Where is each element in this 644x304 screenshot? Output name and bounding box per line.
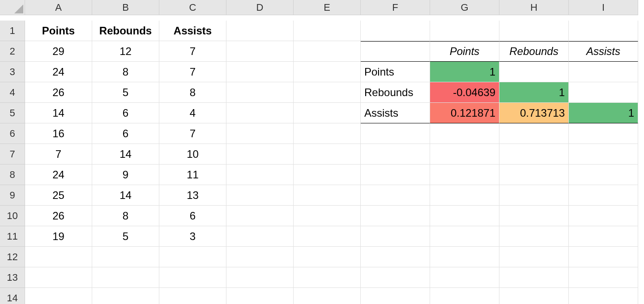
- cell-C3[interactable]: 7: [159, 62, 226, 82]
- cell-I3[interactable]: [569, 62, 638, 82]
- cell-E4[interactable]: [294, 82, 361, 103]
- row-header-8[interactable]: 8: [0, 165, 25, 185]
- cell-D1[interactable]: [226, 21, 294, 41]
- row-header-7[interactable]: 7: [0, 144, 25, 165]
- cell-E5[interactable]: [294, 103, 361, 123]
- cell-I12[interactable]: [569, 247, 638, 267]
- cell-H6[interactable]: [499, 123, 569, 144]
- cell-D6[interactable]: [226, 123, 294, 144]
- cell-I13[interactable]: [569, 267, 638, 288]
- cell-F9[interactable]: [361, 185, 430, 206]
- cell-E14[interactable]: [294, 288, 361, 304]
- cell-D3[interactable]: [226, 62, 294, 82]
- cell-E9[interactable]: [294, 185, 361, 206]
- cell-A14[interactable]: [25, 288, 92, 304]
- cell-H9[interactable]: [499, 185, 569, 206]
- spreadsheet-grid[interactable]: A B C D E F G H I 1 Points Rebounds Assi…: [0, 0, 644, 304]
- cell-C9[interactable]: 13: [159, 185, 226, 206]
- col-header-F[interactable]: F: [361, 0, 430, 15]
- cell-I8[interactable]: [569, 165, 638, 185]
- cell-A12[interactable]: [25, 247, 92, 267]
- cell-E11[interactable]: [294, 226, 361, 247]
- cell-G7[interactable]: [430, 144, 499, 165]
- cell-I7[interactable]: [569, 144, 638, 165]
- cell-C8[interactable]: 11: [159, 165, 226, 185]
- row-header-10[interactable]: 10: [0, 206, 25, 226]
- cell-G12[interactable]: [430, 247, 499, 267]
- row-header-6[interactable]: 6: [0, 123, 25, 144]
- cell-H1[interactable]: [499, 21, 569, 41]
- cell-G5[interactable]: 0.121871: [430, 103, 499, 123]
- cell-F13[interactable]: [361, 267, 430, 288]
- cell-G4[interactable]: -0.04639: [430, 82, 499, 103]
- cell-C5[interactable]: 4: [159, 103, 226, 123]
- cell-G10[interactable]: [430, 206, 499, 226]
- cell-A2[interactable]: 29: [25, 41, 92, 62]
- cell-I9[interactable]: [569, 185, 638, 206]
- cell-I6[interactable]: [569, 123, 638, 144]
- cell-G3[interactable]: 1: [430, 62, 499, 82]
- row-header-14[interactable]: 14: [0, 288, 25, 304]
- row-header-2[interactable]: 2: [0, 41, 25, 62]
- cell-B6[interactable]: 6: [92, 123, 159, 144]
- cell-C11[interactable]: 3: [159, 226, 226, 247]
- cell-H10[interactable]: [499, 206, 569, 226]
- cell-B3[interactable]: 8: [92, 62, 159, 82]
- cell-E3[interactable]: [294, 62, 361, 82]
- cell-A9[interactable]: 25: [25, 185, 92, 206]
- cell-E13[interactable]: [294, 267, 361, 288]
- cell-D13[interactable]: [226, 267, 294, 288]
- cell-D10[interactable]: [226, 206, 294, 226]
- cell-I14[interactable]: [569, 288, 638, 304]
- cell-F12[interactable]: [361, 247, 430, 267]
- cell-C4[interactable]: 8: [159, 82, 226, 103]
- cell-C12[interactable]: [159, 247, 226, 267]
- row-header-11[interactable]: 11: [0, 226, 25, 247]
- cell-H4[interactable]: 1: [499, 82, 569, 103]
- cell-B4[interactable]: 5: [92, 82, 159, 103]
- cell-H7[interactable]: [499, 144, 569, 165]
- cell-I2[interactable]: Assists: [569, 41, 638, 62]
- row-header-9[interactable]: 9: [0, 185, 25, 206]
- col-header-D[interactable]: D: [226, 0, 294, 15]
- row-header-12[interactable]: 12: [0, 247, 25, 267]
- cell-H11[interactable]: [499, 226, 569, 247]
- cell-H14[interactable]: [499, 288, 569, 304]
- cell-I10[interactable]: [569, 206, 638, 226]
- col-header-G[interactable]: G: [430, 0, 499, 15]
- cell-A4[interactable]: 26: [25, 82, 92, 103]
- cell-F14[interactable]: [361, 288, 430, 304]
- cell-F11[interactable]: [361, 226, 430, 247]
- cell-F7[interactable]: [361, 144, 430, 165]
- cell-F6[interactable]: [361, 123, 430, 144]
- cell-I1[interactable]: [569, 21, 638, 41]
- cell-B7[interactable]: 14: [92, 144, 159, 165]
- cell-F8[interactable]: [361, 165, 430, 185]
- cell-D9[interactable]: [226, 185, 294, 206]
- cell-G2[interactable]: Points: [430, 41, 499, 62]
- cell-E6[interactable]: [294, 123, 361, 144]
- cell-G6[interactable]: [430, 123, 499, 144]
- cell-H2[interactable]: Rebounds: [499, 41, 569, 62]
- cell-G14[interactable]: [430, 288, 499, 304]
- row-header-1[interactable]: 1: [0, 21, 25, 41]
- col-header-E[interactable]: E: [294, 0, 361, 15]
- cell-A11[interactable]: 19: [25, 226, 92, 247]
- cell-A1[interactable]: Points: [25, 21, 92, 41]
- cell-C6[interactable]: 7: [159, 123, 226, 144]
- cell-I4[interactable]: [569, 82, 638, 103]
- cell-E8[interactable]: [294, 165, 361, 185]
- cell-C7[interactable]: 10: [159, 144, 226, 165]
- cell-B5[interactable]: 6: [92, 103, 159, 123]
- cell-F10[interactable]: [361, 206, 430, 226]
- cell-C2[interactable]: 7: [159, 41, 226, 62]
- cell-B14[interactable]: [92, 288, 159, 304]
- cell-B1[interactable]: Rebounds: [92, 21, 159, 41]
- cell-E1[interactable]: [294, 21, 361, 41]
- cell-B12[interactable]: [92, 247, 159, 267]
- cell-D11[interactable]: [226, 226, 294, 247]
- cell-F2[interactable]: [361, 41, 430, 62]
- cell-G11[interactable]: [430, 226, 499, 247]
- row-header-13[interactable]: 13: [0, 267, 25, 288]
- col-header-I[interactable]: I: [569, 0, 638, 15]
